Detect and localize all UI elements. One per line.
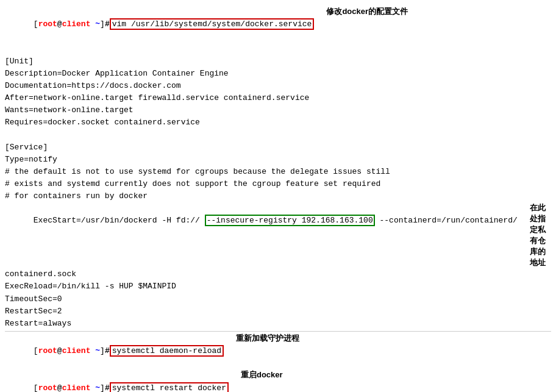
- execreload-line: ExecReload=/bin/kill -s HUP $MAINPID: [5, 280, 551, 293]
- wants-line: Wants=network-online.target: [5, 104, 551, 116]
- timeoutsec-line: TimeoutSec=0: [5, 293, 551, 305]
- type-notify-line: Type=notify: [5, 154, 551, 166]
- restart-docker-cmd: systemctl restart docker: [110, 382, 229, 392]
- bracket-open: [: [34, 20, 38, 29]
- prompt-user: root: [38, 20, 57, 29]
- execstart-pre: ExecStart=/usr/bin/dockerd -H fd://: [34, 216, 205, 225]
- bracket-close: ]: [100, 20, 105, 29]
- requires-line: Requires=docker.socket containerd.servic…: [5, 116, 551, 129]
- vim-cmd-highlight: vim /usr/lib/systemd/system/docker.servi…: [110, 18, 315, 30]
- comment2-line: # exists and systemd currently does not …: [5, 178, 551, 190]
- service-section: [Service]: [5, 141, 551, 154]
- execstart-line: ExecStart=/usr/bin/dockerd -H fd:// --in…: [5, 202, 518, 239]
- prompt-tilde: ~: [95, 20, 100, 29]
- after-line: After=network-online.target firewalld.se…: [5, 92, 551, 104]
- comment1-line: # the default is not to use systemd for …: [5, 166, 551, 178]
- annot-modify: 修改docker的配置文件: [326, 6, 408, 17]
- annot-restart: 重启docker: [241, 369, 283, 380]
- vim-command-line: [root@client ~]#vim /usr/lib/systemd/sys…: [5, 6, 314, 43]
- comment3-line: # for containers run by docker: [5, 190, 551, 202]
- unit-section: [Unit]: [5, 55, 551, 68]
- annot-registry: 在此处指定私有仓库的地址: [530, 202, 551, 268]
- prompt-at: @: [57, 20, 62, 29]
- restart-docker-row: [root@client ~]#systemctl restart docker…: [5, 369, 551, 392]
- execstart-row: ExecStart=/usr/bin/dockerd -H fd:// --in…: [5, 202, 551, 268]
- execstart-post: --containerd=/run/containerd/: [375, 216, 518, 225]
- daemon-reload-cmd: systemctl daemon-reload: [110, 345, 224, 357]
- insecure-registry-highlight: --insecure-registry 192.168.163.100: [205, 215, 375, 226]
- daemon-reload-row: [root@client ~]#systemctl daemon-reload …: [5, 333, 551, 369]
- annot-daemon: 重新加载守护进程: [236, 333, 299, 344]
- blank-line-2: [5, 129, 551, 141]
- separator: [5, 331, 551, 332]
- restart-docker-line: [root@client ~]#systemctl restart docker: [5, 369, 229, 392]
- prompt-hash: #: [105, 20, 110, 29]
- restartsec-line: RestartSec=2: [5, 305, 551, 318]
- restart-line: Restart=always: [5, 318, 551, 330]
- vim-command-row: [root@client ~]#vim /usr/lib/systemd/sys…: [5, 6, 551, 43]
- documentation-line: Documentation=https://docs.docker.com: [5, 80, 551, 92]
- blank-line-1: [5, 43, 551, 55]
- prompt-host: client: [62, 20, 91, 29]
- daemon-reload-line: [root@client ~]#systemctl daemon-reload: [5, 333, 224, 369]
- description-line: Description=Docker Application Container…: [5, 68, 551, 80]
- containerd-sock-line: containerd.sock: [5, 268, 551, 280]
- terminal-window: [root@client ~]#vim /usr/lib/systemd/sys…: [2, 4, 554, 392]
